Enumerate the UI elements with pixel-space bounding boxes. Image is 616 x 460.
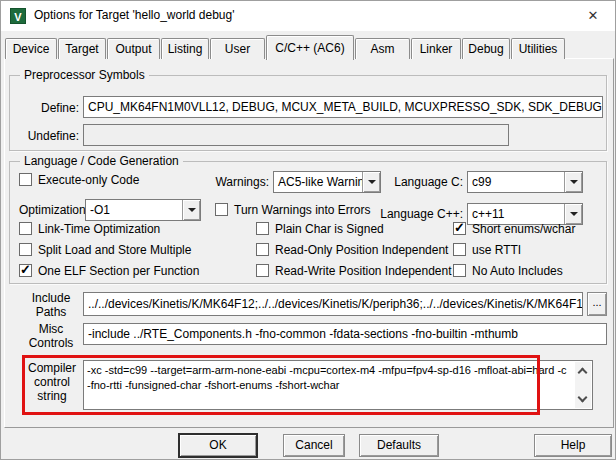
dropdown-arrow-icon[interactable]: [564, 172, 582, 192]
warnings-select[interactable]: AC5-like Warnings: [273, 171, 381, 193]
compiler-control-string-label: Compiler control string: [25, 361, 79, 403]
ok-button[interactable]: OK: [179, 434, 257, 457]
uvision-app-icon: V: [10, 8, 26, 24]
checkbox-box: [19, 264, 32, 277]
tab-user[interactable]: User: [210, 38, 265, 59]
tab-listing[interactable]: Listing: [161, 38, 209, 59]
tab-target[interactable]: Target: [58, 38, 106, 59]
tab-strip: Device Target Output Listing User C/C++ …: [5, 34, 566, 59]
checkbox-box: [453, 264, 466, 277]
undefine-input[interactable]: [83, 124, 509, 146]
checkbox-box: [215, 203, 228, 216]
checkbox-box: [453, 243, 466, 256]
language-cpp-label: Language C++:: [379, 207, 463, 221]
checkbox-box: [256, 222, 269, 235]
warnings-label: Warnings:: [209, 175, 269, 189]
language-c-select[interactable]: c99: [467, 171, 583, 193]
checkbox-box: [19, 222, 32, 235]
scrollbar[interactable]: [575, 362, 591, 408]
misc-controls-label: Misc Controls: [23, 322, 79, 350]
include-paths-input[interactable]: ../../devices/Kinetis/K/MK64F12;../../de…: [83, 292, 583, 316]
dropdown-arrow-icon[interactable]: [362, 172, 380, 192]
cancel-button[interactable]: Cancel: [283, 434, 345, 457]
tab-utilities[interactable]: Utilities: [511, 38, 565, 59]
checkbox-box: [19, 173, 32, 186]
defaults-button[interactable]: Defaults: [359, 434, 439, 457]
tab-output[interactable]: Output: [107, 38, 160, 59]
group-title: Language / Code Generation: [20, 154, 183, 168]
checkbox-box: [453, 222, 466, 235]
tab-asm[interactable]: Asm: [355, 38, 410, 59]
checkbox-box: [256, 243, 269, 256]
titlebar: V Options for Target 'hello_world debug'…: [1, 1, 615, 31]
tab-debug[interactable]: Debug: [462, 38, 510, 59]
window-title: Options for Target 'hello_world debug': [34, 8, 234, 22]
optimization-label: Optimization:: [19, 203, 89, 217]
checkbox-box: [256, 264, 269, 277]
define-label: Define:: [21, 101, 79, 115]
close-icon[interactable]: ✕: [581, 5, 605, 27]
compiler-control-string-text: -xc -std=c99 --target=arm-arm-none-eabi …: [87, 363, 572, 407]
include-paths-label: Include Paths: [23, 291, 79, 319]
checkbox-box: [19, 243, 32, 256]
tab-device[interactable]: Device: [5, 38, 57, 59]
misc-controls-input[interactable]: -include ../RTE_Components.h -fno-common…: [83, 323, 607, 345]
define-input[interactable]: CPU_MK64FN1M0VLL12, DEBUG, MCUX_META_BUI…: [83, 96, 603, 118]
compiler-control-string-box[interactable]: -xc -std=c99 --target=arm-arm-none-eabi …: [83, 360, 593, 410]
scroll-up-icon[interactable]: [578, 368, 588, 378]
undefine-label: Undefine:: [15, 129, 79, 143]
optimization-select[interactable]: -O1: [85, 199, 201, 221]
group-title: Preprocessor Symbols: [20, 68, 149, 82]
tab-c-cpp-ac6[interactable]: C/C++ (AC6): [266, 35, 354, 60]
include-paths-browse-button[interactable]: ...: [587, 292, 607, 316]
language-c-label: Language C:: [393, 175, 463, 189]
scroll-down-icon[interactable]: [578, 393, 588, 403]
dropdown-arrow-icon[interactable]: [564, 204, 582, 224]
dropdown-arrow-icon[interactable]: [182, 200, 200, 220]
tab-linker[interactable]: Linker: [411, 38, 461, 59]
help-button[interactable]: Help: [534, 434, 612, 457]
options-for-target-dialog: V Options for Target 'hello_world debug'…: [0, 0, 616, 460]
